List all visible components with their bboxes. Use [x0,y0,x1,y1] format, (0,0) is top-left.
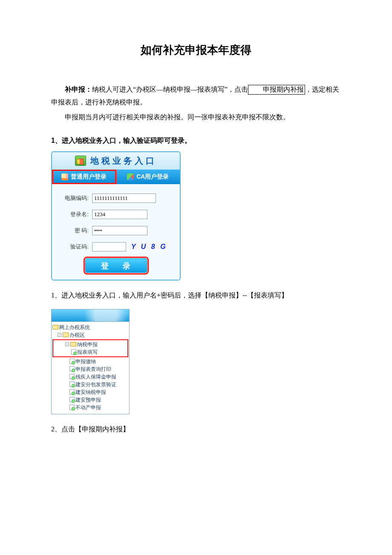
tree-node-nashui[interactable]: - 纳税申报 [54,341,127,348]
login-header-text: 地税业务入口 [90,155,157,167]
input-username[interactable] [92,210,147,219]
nav-tree-header [52,309,129,322]
tree-leaf[interactable]: 不动产申报 [52,404,128,411]
login-panel: 地税业务入口 普通用户登录 CA用户登录 电脑编码: 登录名: 密 码: [51,151,181,280]
login-button[interactable]: 登 录 [85,258,147,273]
nav-tree-panel: 网上办税系统 - 办税区 - 纳税申报 报表填写 申 [51,309,130,414]
tree-leaf-label: 建安分包发票验证 [75,381,116,388]
page: 如何补充申报本年度得 补申报：纳税人可进入“办税区—纳税申报—报表填写”，点击申… [0,0,392,468]
input-captcha[interactable] [92,242,126,251]
tree-root-label: 网上办税系统 [59,324,90,331]
tree-node-nashui-label: 纳税申报 [77,341,98,348]
label-username: 登录名: [59,211,92,218]
intro-para-2: 申报期当月内可进行相关申报表的补报。同一张申报表补充申报不限次数。 [51,111,341,124]
tree-leaf-label: 残疾人保障金申报 [75,373,116,381]
document-icon [69,366,75,372]
field-username: 登录名: [59,210,173,219]
tree-node-bansui[interactable]: - 办税区 [52,331,128,339]
document-icon [69,405,75,410]
tree-leaf[interactable]: 申报缴纳 [52,358,128,365]
field-password: 密 码: [59,226,173,235]
tree-leaf-baobiao[interactable]: 报表填写 [54,348,127,356]
input-password[interactable] [92,226,147,235]
tree-leaf[interactable]: 残疾人保障金申报 [52,373,128,381]
caption-1: 1、进入地税业务入口，输入用户名+密码后，选择【纳税申报】--【报表填写】 [51,289,341,302]
tree-leaf-label: 建安预申报 [75,396,101,404]
tab-normal-label: 普通用户登录 [71,173,107,181]
boxed-term: 申报期内补报 [248,85,305,95]
tree-leaf-label: 报表填写 [77,348,98,356]
intro-para-1: 补申报：纳税人可进入“办税区—纳税申报—报表填写”，点击申报期内补报，选定相关申… [51,83,341,109]
nav-tree: 网上办税系统 - 办税区 - 纳税申报 报表填写 申 [52,322,129,414]
field-computer-code: 电脑编码: [59,194,173,203]
label-password: 密 码: [59,227,92,234]
caption-2: 2、点击【申报期内补报】 [51,423,341,436]
tree-root[interactable]: 网上办税系统 [52,324,128,331]
tree-leaf-label: 申报缴纳 [75,358,96,365]
tree-leaf[interactable]: 建安分包发票验证 [52,381,128,388]
users-icon [61,173,68,180]
document-icon [69,389,75,395]
label-captcha: 验证码: [59,243,92,251]
highlight-box: - 纳税申报 报表填写 [52,339,128,357]
document-icon [71,349,76,355]
tab-normal-login[interactable]: 普通用户登录 [52,170,116,184]
captcha-image: Y U 8 G [130,243,169,251]
folder-open-icon [70,342,76,347]
document-icon [69,358,75,364]
field-captcha: 验证码: Y U 8 G [59,242,173,251]
chart-icon [75,156,86,166]
tree-leaf[interactable]: 建安纳税申报 [52,388,128,396]
document-icon [69,374,75,379]
document-icon [69,382,75,387]
tree-leaf-label: 不动产申报 [75,404,101,411]
collapse-icon[interactable]: - [65,342,69,346]
folder-open-icon [52,325,58,330]
tab-ca-label: CA用户登录 [136,173,169,181]
tree-leaf-label: 建安纳税申报 [75,388,106,396]
login-form: 电脑编码: 登录名: 密 码: 验证码: Y U 8 G 登 录 [52,184,180,280]
label-computer-code: 电脑编码: [59,194,92,202]
tree-node-bansui-label: 办税区 [69,331,85,339]
section-heading-1: 1、进入地税业务入口，输入验证码即可登录。 [51,136,341,145]
page-title: 如何补充申报本年度得 [51,43,341,58]
collapse-icon[interactable]: - [58,333,61,337]
tab-ca-login[interactable]: CA用户登录 [116,170,180,184]
intro-bold: 补申报： [65,86,92,93]
tree-leaf[interactable]: 建安预申报 [52,396,128,404]
login-tabs: 普通用户登录 CA用户登录 [52,170,180,184]
tree-leaf-label: 申报表查询打印 [75,365,111,373]
intro-text-1: 纳税人可进入“办税区—纳税申报—报表填写”，点击 [92,86,248,93]
folder-open-icon [63,332,69,337]
input-computer-code[interactable] [92,194,156,203]
document-icon [69,397,75,402]
cube-icon [127,173,134,180]
login-header: 地税业务入口 [52,152,180,170]
tree-leaf[interactable]: 申报表查询打印 [52,365,128,373]
